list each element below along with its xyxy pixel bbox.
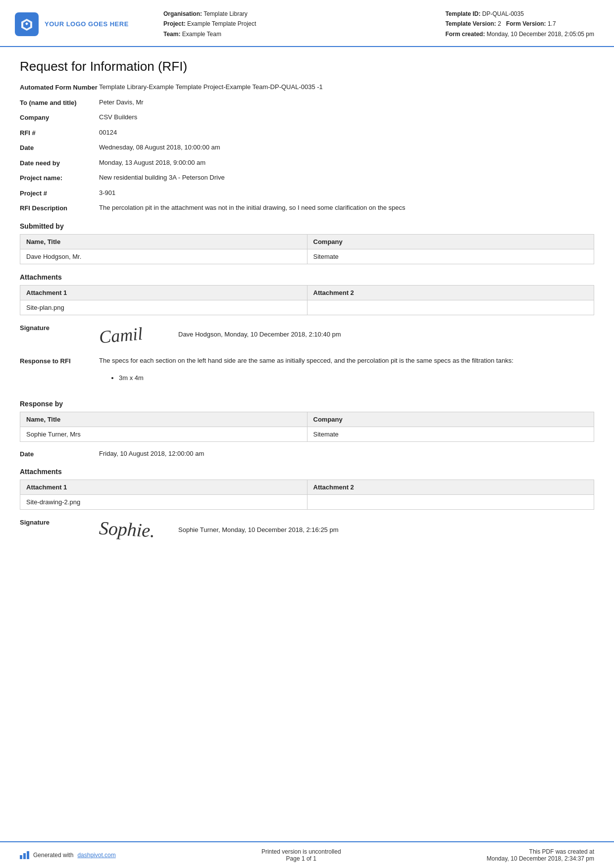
att1-col2-header: Attachment 2 [307, 285, 594, 300]
automated-form-number-value: Template Library-Example Template Projec… [99, 82, 594, 92]
signature-2-row: Signature Sophie. Sophie Turner, Monday,… [20, 517, 594, 542]
att1-file1: Site-plan.png [20, 300, 307, 315]
submitted-by-header-row: Name, Title Company [20, 234, 594, 249]
to-row: To (name and title) Peter Davis, Mr [20, 97, 594, 108]
table-row: Site-drawing-2.png [20, 495, 594, 510]
signature-2-content: Sophie. Sophie Turner, Monday, 10 Decemb… [99, 517, 339, 542]
footer-right: This PDF was created at Monday, 10 Decem… [487, 848, 594, 862]
footer-center: Printed version is uncontrolled Page 1 o… [261, 848, 341, 862]
team-label: Team: [163, 31, 180, 38]
header: YOUR LOGO GOES HERE Organisation: Templa… [0, 0, 614, 47]
template-id-value: DP-QUAL-0035 [482, 10, 524, 17]
signature-1-row: Signature Camil Dave Hodgson, Monday, 10… [20, 322, 594, 347]
response-by-heading: Response by [20, 400, 594, 408]
response-date-row: Date Friday, 10 August 2018, 12:00:00 am [20, 449, 594, 459]
to-value: Peter Davis, Mr [99, 97, 594, 107]
att2-header-row: Attachment 1 Attachment 2 [20, 480, 594, 495]
project-value: Example Template Project [187, 20, 256, 27]
attachments-1-table: Attachment 1 Attachment 2 Site-plan.png [20, 285, 594, 315]
org-value: Template Library [204, 10, 248, 17]
template-version-value: 2 [498, 20, 501, 27]
form-title: Request for Information (RFI) [20, 59, 594, 74]
response-rfi-row: Response to RFI The specs for each secti… [20, 356, 594, 391]
response-by-name: Sophie Turner, Mrs [20, 427, 307, 441]
signature-2-label: Signature [20, 517, 99, 526]
footer-page: Page 1 of 1 [261, 855, 341, 862]
response-by-col1-header: Name, Title [20, 412, 307, 427]
att2-file2 [307, 495, 594, 510]
response-by-company: Sitemate [307, 427, 594, 441]
rfi-desc-value: The percolation pit in the attachment wa… [99, 203, 594, 213]
att2-col2-header: Attachment 2 [307, 480, 594, 495]
footer-left: Generated with dashpivot.com [20, 851, 116, 859]
submitted-by-name: Dave Hodgson, Mr. [20, 249, 307, 264]
response-date-value: Friday, 10 August 2018, 12:00:00 am [99, 449, 594, 459]
submitted-by-table: Name, Title Company Dave Hodgson, Mr.Sit… [20, 234, 594, 264]
main-content: Request for Information (RFI) Automated … [0, 47, 614, 841]
signature-1-image: Camil [98, 319, 164, 349]
bar1 [20, 855, 22, 859]
page: YOUR LOGO GOES HERE Organisation: Templa… [0, 0, 614, 868]
response-bullet-list: 3m x 4m [119, 372, 594, 384]
att2-file1: Site-drawing-2.png [20, 495, 307, 510]
footer-right-text: This PDF was created at [487, 848, 594, 855]
template-id-label: Template ID: [445, 10, 480, 17]
response-rfi-text: The specs for each section on the left h… [99, 356, 594, 391]
template-id-line: Template ID: DP-QUAL-0035 [445, 9, 594, 19]
team-line: Team: Example Team [163, 29, 430, 39]
logo-text: YOUR LOGO GOES HERE [45, 20, 129, 28]
form-created-value: Monday, 10 December 2018, 2:05:05 pm [487, 31, 594, 38]
bar3 [27, 851, 29, 859]
response-date-label: Date [20, 449, 99, 459]
attachments-2-table: Attachment 1 Attachment 2 Site-drawing-2… [20, 480, 594, 510]
signature-2-image: Sophie. [99, 515, 164, 544]
project-label: Project: [163, 20, 186, 27]
project-name-row: Project name: New residential building 3… [20, 173, 594, 183]
date-label: Date [20, 143, 99, 153]
header-meta: Organisation: Template Library Project: … [144, 9, 430, 39]
signature-1-label: Signature [20, 322, 99, 332]
attachments-1-heading: Attachments [20, 273, 594, 281]
attachments-2-heading: Attachments [20, 468, 594, 476]
project-num-label: Project # [20, 188, 99, 198]
rfi-desc-label: RFI Description [20, 203, 99, 213]
company-value: CSV Builders [99, 112, 594, 122]
to-label: To (name and title) [20, 97, 99, 108]
logo-icon [15, 12, 39, 36]
submitted-by-col2-header: Company [307, 234, 594, 249]
signature-2-meta: Sophie Turner, Monday, 10 December 2018,… [178, 526, 339, 533]
footer-uncontrolled: Printed version is uncontrolled [261, 848, 341, 855]
footer-logo [20, 851, 29, 859]
response-by-col2-header: Company [307, 412, 594, 427]
date-need-by-row: Date need by Monday, 13 August 2018, 9:0… [20, 158, 594, 168]
response-by-table: Name, Title Company Sophie Turner, MrsSi… [20, 412, 594, 442]
table-row: Dave Hodgson, Mr.Sitemate [20, 249, 594, 264]
company-label: Company [20, 112, 99, 123]
project-num-value: 3-901 [99, 188, 594, 198]
automated-form-number-label: Automated Form Number [20, 82, 99, 93]
template-version-label: Template Version: [445, 20, 496, 27]
att1-file2 [307, 300, 594, 315]
form-created-line: Form created: Monday, 10 December 2018, … [445, 29, 594, 39]
team-value: Example Team [182, 31, 221, 38]
response-by-header-row: Name, Title Company [20, 412, 594, 427]
date-need-by-value: Monday, 13 August 2018, 9:00:00 am [99, 158, 594, 168]
submitted-by-heading: Submitted by [20, 222, 594, 230]
submitted-by-company: Sitemate [307, 249, 594, 264]
form-created-label: Form created: [445, 31, 485, 38]
footer-link[interactable]: dashpivot.com [77, 852, 115, 859]
company-row: Company CSV Builders [20, 112, 594, 123]
date-need-by-label: Date need by [20, 158, 99, 168]
form-version-value: 1.7 [548, 20, 556, 27]
template-version-line: Template Version: 2 Form Version: 1.7 [445, 19, 594, 29]
signature-1-content: Camil Dave Hodgson, Monday, 10 December … [99, 322, 341, 347]
rfi-value: 00124 [99, 128, 594, 138]
rfi-desc-row: RFI Description The percolation pit in t… [20, 203, 594, 213]
submitted-by-col1-header: Name, Title [20, 234, 307, 249]
footer-logo-bars [20, 851, 29, 859]
footer: Generated with dashpivot.com Printed ver… [0, 841, 614, 868]
project-name-label: Project name: [20, 173, 99, 183]
date-row: Date Wednesday, 08 August 2018, 10:00:00… [20, 143, 594, 153]
att1-col1-header: Attachment 1 [20, 285, 307, 300]
att2-col1-header: Attachment 1 [20, 480, 307, 495]
